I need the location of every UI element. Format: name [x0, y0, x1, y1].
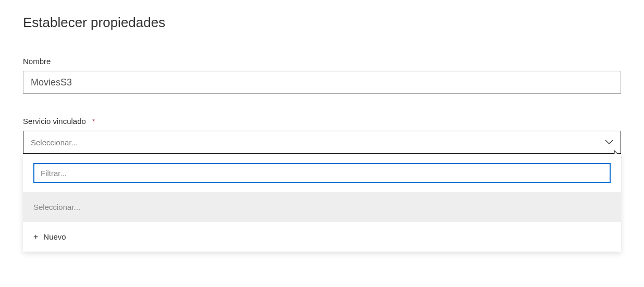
linked-service-placeholder: Seleccionar... [31, 138, 78, 147]
filter-input[interactable] [33, 163, 611, 183]
dropdown-new-label: Nuevo [43, 232, 66, 241]
linked-service-label-row: Servicio vinculado * [23, 117, 621, 126]
name-input[interactable] [23, 71, 621, 94]
dropdown-option-select[interactable]: Seleccionar... [23, 192, 621, 222]
chevron-down-icon [605, 140, 613, 145]
dropdown-new-button[interactable]: + Nuevo [23, 222, 621, 252]
linked-service-label: Servicio vinculado [23, 117, 86, 126]
name-label: Nombre [23, 57, 621, 66]
required-asterisk-icon: * [92, 117, 95, 126]
name-field-block: Nombre [23, 57, 621, 94]
linked-service-select-wrapper: Seleccionar... Seleccionar... + Nuevo [23, 131, 621, 154]
plus-icon: + [33, 233, 38, 241]
linked-service-dropdown: Seleccionar... + Nuevo [23, 154, 621, 252]
page-title: Establecer propiedades [23, 15, 621, 31]
linked-service-select[interactable]: Seleccionar... [23, 131, 621, 154]
linked-service-field-block: Servicio vinculado * Seleccionar... Sele… [23, 117, 621, 154]
filter-wrap [23, 154, 621, 192]
